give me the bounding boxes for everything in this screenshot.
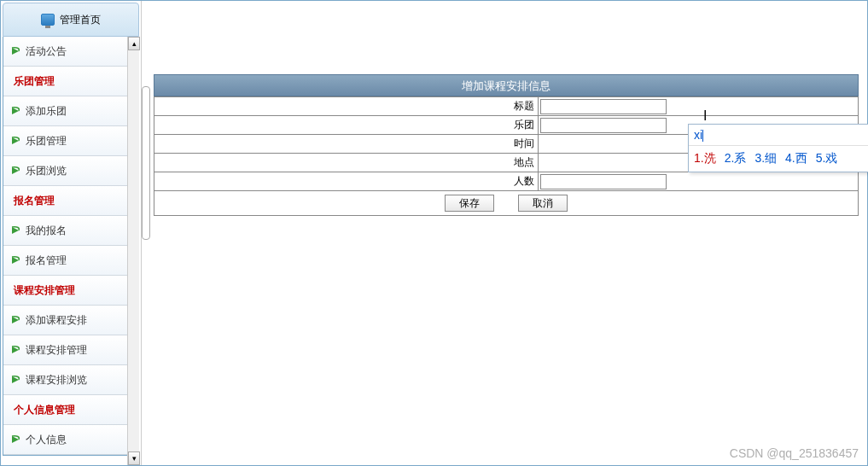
menu-label: 报名管理	[14, 194, 55, 208]
people-input[interactable]	[540, 174, 667, 189]
sidebar-header-enrollment: 报名管理	[3, 186, 128, 216]
menu-label: 乐团管理	[26, 134, 67, 149]
sidebar-item-profile[interactable]: 个人信息	[3, 425, 128, 455]
ime-cursor	[702, 130, 703, 142]
ime-candidate-list: 1.洗 2.系 3.细 4.西 5.戏 ◀ ▶ ▾	[689, 146, 868, 172]
menu-label: 乐团浏览	[26, 164, 67, 178]
ime-candidate-3[interactable]: 3.细	[754, 151, 777, 166]
sidebar-item-activity-notice[interactable]: 活动公告	[3, 37, 128, 67]
sidebar-item-browse-orchestra[interactable]: 乐团浏览	[3, 156, 128, 186]
ime-candidate-5[interactable]: 5.戏	[816, 151, 838, 166]
sidebar-header-courses: 课程安排管理	[3, 276, 128, 306]
menu-label: 课程安排管理	[14, 283, 75, 298]
sidebar-home[interactable]: 管理首页	[3, 3, 139, 37]
menu-label: 个人信息管理	[14, 403, 75, 417]
panel-collapse-handle[interactable]	[142, 86, 150, 240]
arrow-icon	[10, 45, 22, 57]
ime-panel: xi S 1.洗 2.系 3.细 4.西 5.戏 ◀ ▶ ▾	[688, 124, 868, 172]
table-row: 标题	[154, 97, 859, 116]
scroll-down-button[interactable]: ▾	[128, 451, 140, 465]
sidebar-item-add-orchestra[interactable]: 添加乐团	[3, 96, 128, 126]
sidebar-item-manage-orchestra[interactable]: 乐团管理	[3, 126, 128, 156]
table-row: 保存 取消	[154, 191, 859, 216]
arrow-icon	[10, 105, 22, 117]
arrow-icon	[10, 224, 22, 236]
menu-label: 我的报名	[26, 224, 67, 238]
sidebar-scrollbar[interactable]: ▴ ▾	[127, 37, 139, 465]
watermark: CSDN @qq_251836457	[730, 446, 859, 460]
form-title: 增加课程安排信息	[154, 74, 859, 96]
sidebar-item-manage-course[interactable]: 课程安排管理	[3, 335, 128, 365]
sidebar-header-profile: 个人信息管理	[3, 395, 128, 425]
sidebar-header-orchestra: 乐团管理	[3, 67, 128, 96]
label-location: 地点	[154, 154, 539, 172]
title-input[interactable]	[540, 99, 667, 114]
sidebar-item-my-enrollment[interactable]: 我的报名	[3, 216, 128, 246]
ime-candidate-2[interactable]: 2.系	[725, 151, 747, 166]
ime-candidate-1[interactable]: 1.洗	[694, 151, 716, 166]
ime-candidate-4[interactable]: 4.西	[785, 151, 807, 166]
sidebar-item-browse-course[interactable]: 课程安排浏览	[3, 365, 128, 395]
save-button[interactable]: 保存	[445, 195, 494, 212]
menu-label: 报名管理	[26, 253, 67, 268]
arrow-icon	[10, 135, 22, 147]
label-time: 时间	[154, 135, 539, 154]
chevron-up-icon: ▴	[132, 39, 137, 48]
ime-composition: xi S	[689, 125, 868, 146]
menu-label: 添加课程安排	[26, 313, 87, 328]
menu-label: 乐团管理	[14, 74, 55, 89]
arrow-icon	[10, 254, 22, 266]
scroll-up-button[interactable]: ▴	[128, 37, 140, 50]
menu-label: 活动公告	[26, 44, 67, 59]
sidebar-home-label: 管理首页	[60, 13, 101, 27]
label-orchestra: 乐团	[154, 116, 539, 135]
sidebar-item-add-course[interactable]: 添加课程安排	[3, 306, 128, 335]
menu-label: 课程安排浏览	[26, 373, 87, 387]
chevron-down-icon: ▾	[132, 454, 137, 463]
arrow-icon	[10, 344, 22, 356]
label-people: 人数	[154, 172, 539, 191]
menu-label: 课程安排管理	[26, 343, 87, 358]
cancel-button[interactable]: 取消	[518, 195, 568, 212]
monitor-icon	[41, 14, 55, 26]
sidebar-item-manage-enrollment[interactable]: 报名管理	[3, 246, 128, 276]
ime-input-text: xi	[694, 128, 702, 142]
arrow-icon	[10, 165, 22, 177]
arrow-icon	[10, 434, 22, 446]
arrow-icon	[10, 314, 22, 326]
menu-label: 添加乐团	[26, 104, 67, 119]
orchestra-input[interactable]	[540, 118, 667, 133]
menu-label: 个人信息	[26, 433, 67, 447]
label-title: 标题	[154, 97, 539, 116]
table-row: 人数	[154, 172, 859, 191]
arrow-icon	[10, 374, 22, 386]
